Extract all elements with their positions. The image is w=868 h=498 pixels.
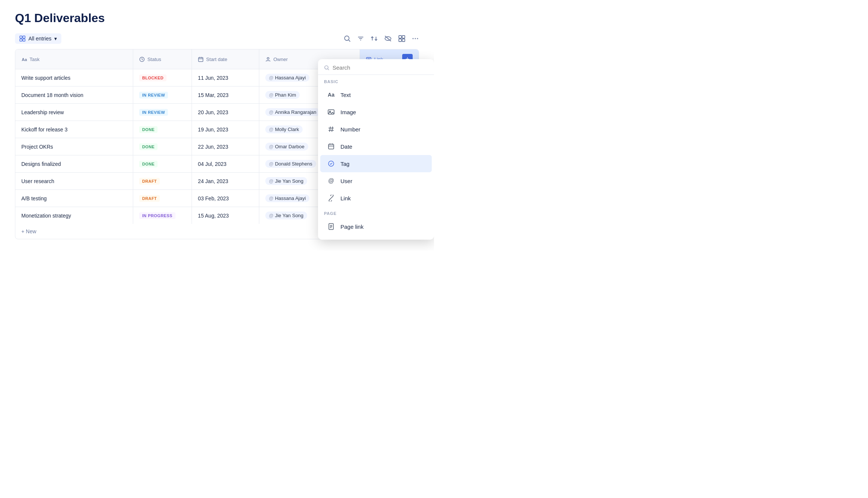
date-col-icon xyxy=(198,57,204,62)
svg-rect-56 xyxy=(328,144,334,149)
cell-date: 03 Feb, 2023 xyxy=(192,190,259,207)
svg-point-17 xyxy=(413,38,414,39)
user-option-icon: @ xyxy=(326,176,336,186)
new-row-label: + New xyxy=(21,228,36,234)
toolbar-right xyxy=(343,35,419,42)
text-option-label: Text xyxy=(340,92,351,98)
image-option-label: Image xyxy=(340,109,356,115)
svg-rect-0 xyxy=(20,36,22,38)
toolbar-left: All entries ▾ xyxy=(15,33,61,44)
date-option-label: Date xyxy=(340,143,352,150)
search-icon[interactable] xyxy=(343,35,351,42)
cell-task: User research xyxy=(15,173,133,190)
svg-point-48 xyxy=(325,66,328,69)
cell-task: Designs finalized xyxy=(15,155,133,173)
link-option-icon xyxy=(326,193,336,203)
image-option-icon xyxy=(326,107,336,117)
dropdown-search-input[interactable] xyxy=(333,64,428,71)
dropdown-item-text[interactable]: Aa Text xyxy=(320,86,432,103)
tag-option-icon xyxy=(326,159,336,168)
svg-rect-3 xyxy=(23,39,25,41)
col-header-start-date: Start date xyxy=(192,49,259,69)
dropdown-item-date[interactable]: Date xyxy=(320,138,432,155)
cell-status: IN REVIEW xyxy=(133,104,192,121)
all-entries-button[interactable]: All entries ▾ xyxy=(15,33,61,44)
text-col-icon: Aa xyxy=(21,57,27,62)
cell-status: DRAFT xyxy=(133,190,192,207)
page-link-option-icon xyxy=(326,222,336,231)
svg-point-19 xyxy=(417,38,418,39)
toolbar: All entries ▾ xyxy=(15,33,419,44)
cell-date: 11 Jun, 2023 xyxy=(192,69,259,86)
svg-rect-14 xyxy=(402,36,405,38)
cell-date: 20 Jun, 2023 xyxy=(192,104,259,121)
svg-line-5 xyxy=(349,40,350,42)
add-column-dropdown: BASIC Aa Text Image Number xyxy=(318,59,434,240)
number-option-icon xyxy=(326,124,336,134)
cell-task: Kickoff for release 3 xyxy=(15,121,133,138)
cell-task: Monetization strategy xyxy=(15,207,133,224)
svg-rect-50 xyxy=(328,110,334,114)
sort-icon[interactable] xyxy=(370,35,378,42)
cell-task: Write support articles xyxy=(15,69,133,86)
cell-date: 24 Jan, 2023 xyxy=(192,173,259,190)
svg-rect-22 xyxy=(199,57,203,61)
svg-point-4 xyxy=(345,36,349,40)
cell-status: DONE xyxy=(133,138,192,155)
svg-rect-13 xyxy=(399,36,401,38)
more-options-icon[interactable] xyxy=(412,35,419,42)
number-option-label: Number xyxy=(340,126,360,133)
svg-rect-16 xyxy=(402,39,405,42)
dropdown-item-user[interactable]: @ User xyxy=(320,172,432,189)
svg-point-26 xyxy=(267,57,269,59)
dropdown-item-link[interactable]: Link xyxy=(320,189,432,207)
dropdown-search-container xyxy=(318,59,434,75)
cell-date: 15 Aug, 2023 xyxy=(192,207,259,224)
owner-col-icon xyxy=(265,57,271,62)
cell-status: DRAFT xyxy=(133,173,192,190)
cell-status: DONE xyxy=(133,155,192,173)
dropdown-item-tag[interactable]: Tag xyxy=(320,155,432,172)
cell-date: 22 Jun, 2023 xyxy=(192,138,259,155)
cell-status: IN PROGRESS xyxy=(133,207,192,224)
link-option-label: Link xyxy=(340,195,351,201)
svg-point-18 xyxy=(415,38,416,39)
svg-rect-2 xyxy=(20,39,22,41)
dropdown-search-icon xyxy=(324,65,330,71)
view-icon[interactable] xyxy=(398,35,406,42)
col-header-task: Aa Task xyxy=(15,49,133,69)
user-option-label: User xyxy=(340,178,352,184)
cell-status: BLOCKED xyxy=(133,69,192,86)
page-link-option-label: Page link xyxy=(340,224,364,230)
svg-line-52 xyxy=(330,127,330,132)
svg-rect-15 xyxy=(399,39,401,42)
tag-option-label: Tag xyxy=(340,161,349,167)
cell-task: A/B testing xyxy=(15,190,133,207)
svg-line-53 xyxy=(332,127,333,132)
date-option-icon xyxy=(326,142,336,151)
cell-task: Project OKRs xyxy=(15,138,133,155)
chevron-down-icon: ▾ xyxy=(54,36,57,42)
dropdown-item-page-link[interactable]: Page link xyxy=(320,218,432,235)
cell-date: 19 Jun, 2023 xyxy=(192,121,259,138)
page-title: Q1 Deliverables xyxy=(15,11,419,25)
page-section-label: PAGE xyxy=(318,207,434,218)
cell-date: 04 Jul, 2023 xyxy=(192,155,259,173)
filter-icon[interactable] xyxy=(357,35,364,42)
status-col-icon xyxy=(139,57,145,62)
cell-task: Document 18 month vision xyxy=(15,86,133,104)
cell-task: Leadership review xyxy=(15,104,133,121)
dropdown-item-number[interactable]: Number xyxy=(320,121,432,138)
col-header-status: Status xyxy=(133,49,192,69)
grid-icon xyxy=(19,36,25,42)
cell-date: 15 Mar, 2023 xyxy=(192,86,259,104)
svg-rect-1 xyxy=(23,36,25,38)
basic-section-label: BASIC xyxy=(318,75,434,86)
cell-status: DONE xyxy=(133,121,192,138)
all-entries-label: All entries xyxy=(28,36,51,42)
svg-line-61 xyxy=(330,197,332,199)
cell-status: IN REVIEW xyxy=(133,86,192,104)
svg-line-49 xyxy=(328,69,329,70)
dropdown-item-image[interactable]: Image xyxy=(320,103,432,121)
hide-icon[interactable] xyxy=(384,35,392,42)
